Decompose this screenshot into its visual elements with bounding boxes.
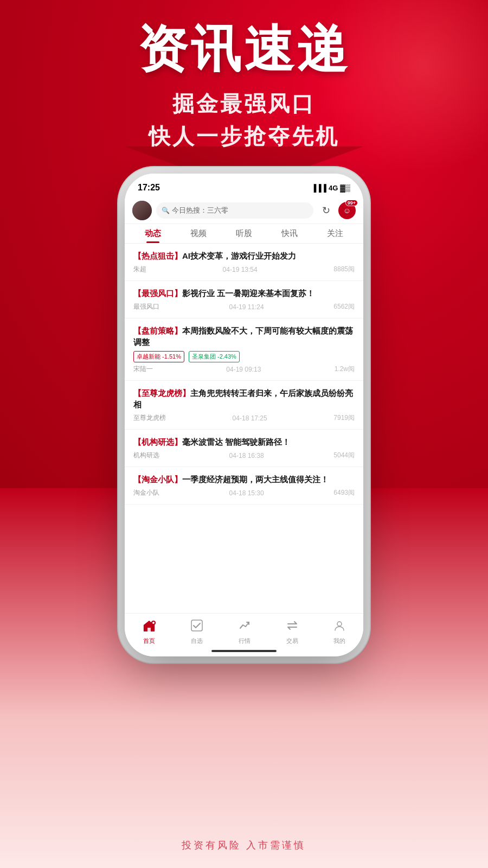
nav-trade-label: 交易: [286, 637, 298, 645]
news-date-5: 04-18 16:38: [229, 452, 264, 459]
nav-watchlist-label: 自选: [191, 637, 203, 645]
news-date-1: 04-19 13:54: [223, 266, 258, 273]
notification-button[interactable]: ☺ 99+: [338, 202, 356, 219]
phone-notch: [201, 174, 287, 190]
app-header: 🔍 今日热搜：三六零 ↻ ☺ 99+: [125, 197, 363, 224]
news-views-4: 7919阅: [333, 413, 355, 423]
news-item-1[interactable]: 【热点狙击】AI技术变革，游戏行业开始发力 朱超 04-19 13:54 888…: [125, 244, 363, 281]
news-title-1: 【热点狙击】AI技术变革，游戏行业开始发力: [133, 250, 355, 261]
news-author-5: 机构研选: [133, 451, 159, 460]
news-author-3: 宋陆一: [133, 365, 153, 374]
nav-watchlist[interactable]: 自选: [191, 620, 203, 645]
news-title-5: 【机构研选】毫米波雷达 智能驾驶新路径！: [133, 436, 355, 448]
trade-icon: [286, 620, 298, 635]
news-meta-2: 最强风口 04-19 11:24 6562阅: [133, 302, 355, 311]
news-meta-6: 淘金小队 04-18 15:30 6493阅: [133, 488, 355, 497]
news-views-3: 1.2w阅: [335, 365, 355, 374]
news-tags-3: 卓越新能 -1.51% 圣泉集团 -2.43%: [133, 351, 355, 362]
status-time: 17:25: [138, 183, 160, 193]
news-list: 【热点狙击】AI技术变革，游戏行业开始发力 朱超 04-19 13:54 888…: [125, 244, 363, 505]
news-meta-5: 机构研选 04-18 16:38 5044阅: [133, 451, 355, 460]
news-title-2: 【最强风口】影视行业 五一暑期迎来基本面复苏！: [133, 288, 355, 299]
refresh-icon: ↻: [322, 205, 330, 216]
hero-title: 资讯速递: [0, 22, 488, 76]
header-icons: ↻ ☺ 99+: [318, 202, 356, 219]
svg-point-4: [337, 622, 342, 626]
bell-icon: ☺: [343, 206, 351, 215]
search-placeholder: 今日热搜：三六零: [172, 206, 228, 215]
tab-guanzhu[interactable]: 关注: [312, 224, 358, 243]
news-item-5[interactable]: 【机构研选】毫米波雷达 智能驾驶新路径！ 机构研选 04-18 16:38 50…: [125, 430, 363, 467]
news-author-6: 淘金小队: [133, 488, 159, 497]
battery-icon: ▓▒: [340, 184, 350, 192]
hero-subtitle1: 掘金最强风口: [0, 87, 488, 120]
home-icon: [143, 620, 156, 635]
nav-profile-label: 我的: [333, 637, 345, 645]
phone-mockup: 17:25 ▐▐▐ 4G ▓▒ 🔍 今日热搜：三六零 ↻ ☺: [125, 174, 363, 656]
tab-tinggu[interactable]: 听股: [221, 224, 267, 243]
news-item-6[interactable]: 【淘金小队】一季度经济超预期，两大主线值得关注！ 淘金小队 04-18 15:3…: [125, 467, 363, 505]
news-date-6: 04-18 15:30: [229, 489, 264, 497]
phone-screen: 17:25 ▐▐▐ 4G ▓▒ 🔍 今日热搜：三六零 ↻ ☺: [125, 174, 363, 656]
tab-kuaixun[interactable]: 快讯: [267, 224, 312, 243]
hero-subtitle2: 快人一步抢夺先机: [0, 120, 488, 152]
status-icons: ▐▐▐ 4G ▓▒: [311, 184, 350, 192]
profile-icon: [333, 620, 345, 635]
news-item-4[interactable]: 【至尊龙虎榜】主角兜兜转转王者归来，午后家族成员纷纷亮相 至尊龙虎榜 04-18…: [125, 381, 363, 430]
news-tag-3-1: 卓越新能 -1.51%: [133, 351, 184, 362]
news-meta-3: 宋陆一 04-19 09:13 1.2w阅: [133, 365, 355, 374]
tab-bar: 动态 视频 听股 快讯 关注: [125, 224, 363, 244]
news-views-1: 8885阅: [333, 265, 355, 274]
news-views-6: 6493阅: [333, 488, 355, 497]
market-icon: [239, 620, 251, 635]
tab-shipin[interactable]: 视频: [176, 224, 221, 243]
news-date-4: 04-18 17:25: [233, 414, 267, 422]
news-item-2[interactable]: 【最强风口】影视行业 五一暑期迎来基本面复苏！ 最强风口 04-19 11:24…: [125, 281, 363, 318]
news-date-3: 04-19 09:13: [226, 366, 261, 373]
news-author-2: 最强风口: [133, 302, 159, 311]
notification-badge: 99+: [345, 200, 358, 206]
network-type: 4G: [329, 184, 338, 192]
news-tag-3-2: 圣泉集团 -2.43%: [189, 351, 240, 362]
news-title-4: 【至尊龙虎榜】主角兜兜转转王者归来，午后家族成员纷纷亮相: [133, 387, 355, 410]
news-views-5: 5044阅: [333, 451, 355, 460]
nav-home-label: 首页: [143, 637, 155, 645]
news-meta-4: 至尊龙虎榜 04-18 17:25 7919阅: [133, 413, 355, 423]
news-date-2: 04-19 11:24: [229, 303, 264, 311]
nav-home[interactable]: 首页: [143, 620, 156, 645]
signal-icon: ▐▐▐: [311, 184, 326, 192]
nav-trade[interactable]: 交易: [286, 620, 298, 645]
news-views-2: 6562阅: [333, 302, 355, 311]
news-title-3: 【盘前策略】本周指数风险不大，下周可能有较大幅度的震荡调整: [133, 325, 355, 348]
news-title-6: 【淘金小队】一季度经济超预期，两大主线值得关注！: [133, 474, 355, 485]
search-bar[interactable]: 🔍 今日热搜：三六零: [156, 202, 313, 219]
news-author-4: 至尊龙虎榜: [133, 413, 166, 423]
nav-market-label: 行情: [239, 637, 251, 645]
tab-dongtai[interactable]: 动态: [130, 224, 176, 243]
hero-section: 资讯速递 掘金最强风口 快人一步抢夺先机: [0, 22, 488, 152]
footer-disclaimer: 投资有风险 入市需谨慎: [0, 839, 488, 852]
news-meta-1: 朱超 04-19 13:54 8885阅: [133, 265, 355, 274]
avatar[interactable]: [132, 201, 152, 220]
home-indicator: [211, 650, 277, 652]
news-author-1: 朱超: [133, 265, 146, 274]
watchlist-icon: [191, 620, 203, 635]
svg-point-2: [152, 622, 155, 624]
refresh-button[interactable]: ↻: [318, 202, 334, 219]
avatar-image: [132, 201, 152, 220]
nav-market[interactable]: 行情: [239, 620, 251, 645]
news-item-3[interactable]: 【盘前策略】本周指数风险不大，下周可能有较大幅度的震荡调整 卓越新能 -1.51…: [125, 318, 363, 381]
nav-profile[interactable]: 我的: [333, 620, 345, 645]
search-icon: 🔍: [162, 207, 170, 214]
news-bracket-1: 【热点狙击】: [133, 251, 182, 260]
